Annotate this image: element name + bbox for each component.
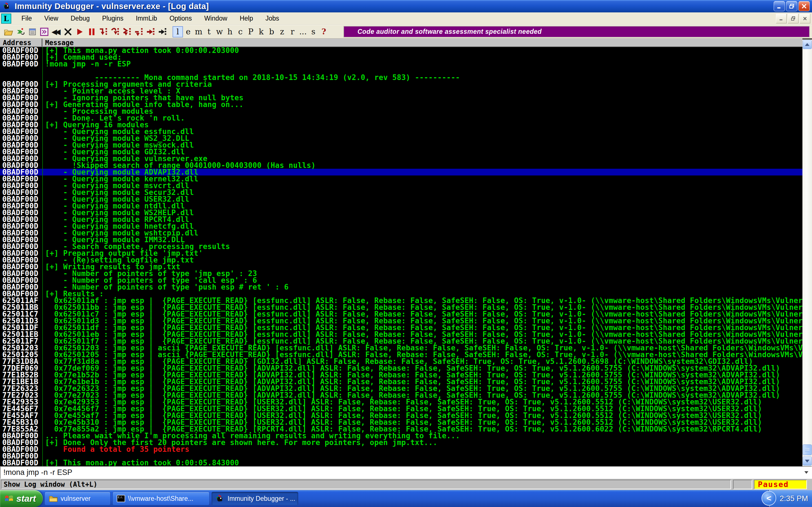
patch-window-icon[interactable] bbox=[38, 26, 50, 38]
command-bar[interactable]: !mona jmp -n -r ESP bbox=[0, 466, 812, 479]
status-hint: Show Log window (Alt+L) bbox=[1, 480, 731, 489]
view-letter-buttons: lemtwhcPkbzr...s? bbox=[172, 26, 329, 38]
menu-file[interactable]: File bbox=[15, 13, 38, 24]
run-icon[interactable] bbox=[74, 26, 86, 38]
immunity-icon bbox=[216, 494, 225, 503]
view-button-r[interactable]: r bbox=[287, 26, 298, 38]
view-button-dots[interactable]: ... bbox=[298, 26, 308, 38]
window-title: Immunity Debugger - vulnserver.exe - [Lo… bbox=[15, 2, 209, 11]
log-message: Found a total of 35 pointers bbox=[45, 446, 190, 453]
taskbar-task-button[interactable]: C:\ \\vmware-host\Share... bbox=[112, 492, 209, 505]
menu-jobs[interactable]: Jobs bbox=[259, 13, 286, 24]
status-bar: Show Log window (Alt+L) Paused bbox=[0, 479, 812, 490]
toolbar: ◀◀ bbox=[0, 25, 812, 39]
task-label: \\vmware-host\Share... bbox=[128, 495, 193, 503]
svg-text:C:\: C:\ bbox=[118, 496, 122, 499]
system-tray: < 2:35 PM bbox=[768, 490, 812, 507]
clock: 2:35 PM bbox=[779, 490, 808, 507]
log-address: 0BADF00D bbox=[2, 459, 38, 466]
open-file-icon[interactable] bbox=[3, 26, 15, 38]
view-button-h[interactable]: h bbox=[225, 26, 235, 38]
column-message: Message bbox=[45, 39, 73, 47]
stop-icon[interactable] bbox=[62, 26, 74, 38]
animate-into-icon[interactable] bbox=[121, 26, 133, 38]
banner-text: Code auditor and software assessment spe… bbox=[357, 28, 542, 36]
view-button-e[interactable]: e bbox=[183, 26, 193, 38]
menu-view[interactable]: View bbox=[38, 13, 64, 24]
immunity-debugger-window: Immunity Debugger - vulnserver.exe - [Lo… bbox=[0, 0, 812, 507]
taskbar: start vulnserver C:\ \\vmware-host\Share… bbox=[0, 490, 812, 507]
menu-bar: L FileViewDebugPluginsImmLibOptionsWindo… bbox=[0, 12, 812, 25]
log-message: !mona jmp -n -r ESP bbox=[45, 61, 131, 67]
view-button-t[interactable]: t bbox=[204, 26, 214, 38]
task-label: Immunity Debugger - ... bbox=[227, 495, 295, 503]
column-address: Address bbox=[3, 39, 31, 47]
banner: Code auditor and software assessment spe… bbox=[343, 26, 810, 38]
view-button-k[interactable]: k bbox=[256, 26, 266, 38]
taskbar-task-button[interactable]: Immunity Debugger - ... bbox=[211, 492, 298, 505]
menu-debug[interactable]: Debug bbox=[64, 13, 96, 24]
menu-plugins[interactable]: Plugins bbox=[96, 13, 130, 24]
pause-icon[interactable] bbox=[86, 26, 98, 38]
app-icon bbox=[3, 2, 11, 10]
tray-chevron-button[interactable]: < bbox=[762, 491, 776, 506]
view-button-m[interactable]: m bbox=[193, 26, 204, 38]
mdi-controls bbox=[776, 14, 810, 23]
close-button[interactable] bbox=[799, 1, 810, 11]
log-row[interactable]: 0BADF00D - Number of pointers of type 'p… bbox=[0, 284, 802, 290]
mdi-minimize-button[interactable] bbox=[776, 14, 786, 23]
view-button-help[interactable]: ? bbox=[319, 26, 329, 38]
step-into-icon[interactable] bbox=[98, 26, 109, 38]
run-to-cursor-icon[interactable] bbox=[157, 26, 168, 38]
menu-help[interactable]: Help bbox=[234, 13, 259, 24]
view-button-z[interactable]: z bbox=[277, 26, 287, 38]
title-bar: Immunity Debugger - vulnserver.exe - [Lo… bbox=[0, 0, 812, 12]
folder-icon bbox=[49, 495, 58, 503]
step-over-icon[interactable] bbox=[109, 26, 121, 38]
minimize-button[interactable] bbox=[774, 1, 785, 11]
start-button[interactable]: start bbox=[0, 490, 43, 507]
rewind-icon[interactable]: ◀◀ bbox=[50, 26, 62, 38]
execute-till-return-icon[interactable] bbox=[145, 26, 157, 38]
restore-button[interactable] bbox=[786, 1, 797, 11]
view-button-c[interactable]: c bbox=[235, 26, 246, 38]
log-data-pane[interactable]: 0BADF00D[+] This mona.py action took 0:0… bbox=[0, 47, 802, 466]
log-address: 0BADF00D bbox=[2, 61, 38, 67]
view-button-l[interactable]: l bbox=[172, 26, 183, 38]
restart-icon[interactable] bbox=[15, 26, 27, 38]
windows-list-icon[interactable] bbox=[27, 26, 38, 38]
menu-options[interactable]: Options bbox=[163, 13, 198, 24]
scrollbar-thumb[interactable] bbox=[803, 445, 812, 455]
log-row[interactable]: 0BADF00D!mona jmp -n -r ESP bbox=[0, 61, 802, 67]
log-window-logo: L bbox=[1, 13, 11, 24]
view-button-b[interactable]: b bbox=[266, 26, 277, 38]
mdi-close-button[interactable] bbox=[800, 14, 810, 23]
status-badge: Paused bbox=[754, 480, 807, 489]
cmd-icon: C:\ bbox=[117, 494, 125, 503]
mdi-restore-button[interactable] bbox=[788, 14, 799, 23]
log-row[interactable]: 0BADF00D Found a total of 35 pointers bbox=[0, 446, 802, 453]
menu-immlib[interactable]: ImmLib bbox=[130, 13, 163, 24]
view-button-P[interactable]: P bbox=[246, 26, 256, 38]
task-buttons: vulnserver C:\ \\vmware-host\Share... Im… bbox=[45, 492, 298, 505]
scroll-down-button[interactable] bbox=[803, 457, 812, 466]
log-message: [+] This mona.py action took 0:00:05.843… bbox=[45, 459, 239, 466]
vertical-scrollbar[interactable] bbox=[802, 40, 812, 466]
command-dropdown-button[interactable] bbox=[802, 467, 811, 478]
window-controls bbox=[774, 1, 810, 11]
view-button-s[interactable]: s bbox=[308, 26, 319, 38]
task-label: vulnserver bbox=[61, 495, 91, 503]
animate-over-icon[interactable] bbox=[133, 26, 145, 38]
menu-items: FileViewDebugPluginsImmLibOptionsWindowH… bbox=[15, 13, 285, 24]
log-row[interactable]: 0BADF00D[+] This mona.py action took 0:0… bbox=[0, 459, 802, 466]
command-input[interactable]: !mona jmp -n -r ESP bbox=[3, 467, 72, 478]
windows-logo-icon bbox=[4, 494, 14, 504]
start-label: start bbox=[16, 494, 36, 504]
taskbar-task-button[interactable]: vulnserver bbox=[45, 492, 110, 505]
view-button-w[interactable]: w bbox=[214, 26, 225, 38]
menu-window[interactable]: Window bbox=[198, 13, 234, 24]
scroll-up-button[interactable] bbox=[803, 40, 812, 49]
log-column-header: Address Message bbox=[0, 39, 802, 47]
log-rows: 0BADF00D[+] This mona.py action took 0:0… bbox=[0, 47, 802, 466]
status-spacer bbox=[733, 480, 752, 489]
